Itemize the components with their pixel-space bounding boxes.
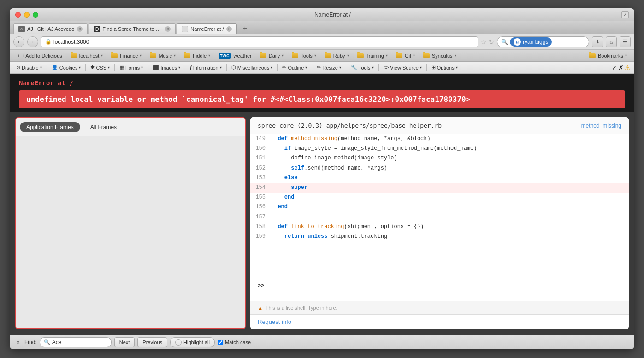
line-num-151: 151 — [250, 154, 271, 163]
user-area: g ryan biggs — [510, 37, 552, 47]
highlight-icon — [175, 339, 182, 346]
bookmark-music[interactable]: Music ▾ — [146, 52, 179, 59]
dev-tools[interactable]: 🔧 Tools ▾ — [348, 64, 377, 71]
bookmark-finance[interactable]: Finance ▾ — [107, 52, 145, 59]
find-highlight-button[interactable]: Highlight all — [170, 337, 215, 347]
tab-bar: A AJ | Git | AJ Acevedo × Find a Spree T… — [10, 21, 634, 34]
bookmark-git[interactable]: Git ▾ — [392, 52, 419, 59]
find-bar: × Find: 🔍 Next Previous Highlight all Ma… — [10, 335, 634, 349]
search-icon: 🔍 — [501, 39, 508, 45]
outline-dropdown: ▾ — [305, 65, 307, 70]
tab-close-nameerror[interactable]: × — [226, 26, 232, 32]
dev-sep-10 — [378, 64, 379, 71]
tab-close-aj[interactable]: × — [77, 26, 83, 32]
bookmark-bookmarks[interactable]: Bookmarks ▾ — [585, 52, 631, 59]
tab-nameerror[interactable]: NameError at / × — [177, 23, 237, 34]
back-button[interactable]: ‹ — [13, 36, 24, 47]
bookmark-localhost[interactable]: localhost ▾ — [67, 52, 106, 59]
bookmark-synculus-folder-icon — [423, 53, 430, 58]
tab-application-frames[interactable]: Application Frames — [20, 122, 80, 132]
dev-miscellaneous[interactable]: ⬡ Miscellaneous ▾ — [229, 64, 276, 71]
tools-label: Tools — [359, 65, 371, 70]
find-matchcase-wrapper[interactable]: Match case — [218, 340, 251, 345]
search-bar[interactable]: 🔍 g ryan biggs — [497, 36, 589, 47]
code-line-154: 154 super — [250, 183, 629, 193]
forward-button[interactable]: › — [27, 36, 38, 47]
title-bar: NameError at / ⤢ — [10, 8, 634, 21]
new-tab-button[interactable]: + — [240, 23, 250, 34]
maximize-button[interactable] — [33, 12, 38, 18]
code-line-149: 149 def method_missing(method_name, *arg… — [250, 134, 629, 144]
bookmark-manager-button[interactable]: ☰ — [620, 36, 631, 47]
tab-aj[interactable]: A AJ | Git | AJ Acevedo × — [13, 23, 88, 34]
shell-notice: ▲ This is a live shell. Type in here. — [250, 301, 629, 314]
url-bar: ‹ › 🔒 localhost:3000 ☆ ↻ 🔍 g ryan biggs … — [10, 34, 634, 50]
code-line-151: 151 define_image_method(image_style) — [250, 153, 629, 163]
bookmark-fiddle[interactable]: Fiddle ▾ — [180, 52, 214, 59]
dev-sep-6 — [226, 64, 227, 71]
dev-forms[interactable]: ▦ Forms ▾ — [117, 64, 146, 71]
download-button[interactable]: ⬇ — [592, 36, 603, 47]
tab-icon-aj: A — [18, 26, 25, 32]
dev-disable[interactable]: ⊘ Disable ▾ — [13, 64, 45, 71]
error-message: undefined local variable or method `cano… — [19, 90, 625, 108]
bookmark-music-folder-icon — [150, 53, 156, 58]
miscellaneous-label: Miscellaneous — [237, 65, 270, 70]
home-button[interactable]: ⌂ — [606, 36, 617, 47]
find-close-button[interactable]: × — [14, 339, 22, 346]
find-highlight-label: Highlight all — [183, 340, 210, 345]
find-next-button[interactable]: Next — [114, 337, 135, 347]
request-info-link[interactable]: Request info — [250, 314, 629, 329]
dev-css[interactable]: ✱ CSS ▾ — [88, 64, 112, 71]
close-button[interactable] — [15, 12, 21, 18]
dev-sep-2 — [85, 64, 86, 71]
bookmark-training-dropdown: ▾ — [386, 53, 388, 58]
tab-label-nameerror: NameError at / — [190, 26, 224, 32]
tab-close-spree[interactable]: × — [165, 26, 171, 32]
expand-button[interactable]: ⤢ — [621, 11, 629, 18]
bookmark-daily[interactable]: Daily ▾ — [256, 52, 287, 59]
bookmark-add-delicious[interactable]: + + Add to Delicious — [13, 52, 66, 59]
bookmark-training[interactable]: Training ▾ — [354, 52, 391, 59]
bookmark-git-folder-icon — [396, 53, 402, 58]
dev-outline[interactable]: ✏ Outline ▾ — [279, 64, 310, 71]
dev-images[interactable]: ⬛ Images ▾ — [150, 64, 183, 71]
bookmark-tools[interactable]: Tools ▾ — [288, 52, 320, 59]
dev-sep-1 — [47, 64, 47, 71]
find-matchcase-checkbox[interactable] — [218, 340, 223, 345]
console-area[interactable]: >> — [250, 278, 629, 301]
line-content-154: super — [271, 183, 307, 192]
minimize-button[interactable] — [24, 12, 30, 18]
resize-label: Resize — [322, 65, 338, 70]
dev-resize[interactable]: ✏ Resize ▾ — [314, 64, 344, 71]
shell-notice-text: This is a live shell. Type in here. — [266, 305, 337, 311]
dev-options[interactable]: ⊞ Options ▾ — [429, 64, 461, 71]
bookmark-weather[interactable]: TWC weather — [215, 52, 255, 59]
line-num-155: 155 — [250, 193, 271, 202]
line-content-149: def method_missing(method_name, *args, &… — [271, 135, 431, 143]
bookmark-ruby-label: Ruby — [333, 53, 345, 59]
line-num-157: 157 — [250, 213, 271, 222]
dev-information[interactable]: i Information ▾ — [187, 64, 224, 72]
dev-sep-11 — [426, 64, 427, 71]
bookmark-fiddle-label: Fiddle — [193, 53, 207, 59]
tab-spree[interactable]: Find a Spree Theme to start the... × — [89, 23, 176, 34]
outline-icon: ✏ — [282, 65, 286, 70]
url-field[interactable]: 🔒 localhost:3000 — [41, 36, 478, 47]
bookmark-ruby[interactable]: Ruby ▾ — [321, 52, 353, 59]
information-label: Information — [193, 65, 219, 70]
find-previous-button[interactable]: Previous — [137, 337, 167, 347]
refresh-icon[interactable]: ↻ — [489, 38, 494, 46]
tab-all-frames[interactable]: All Frames — [84, 122, 123, 132]
find-input[interactable] — [52, 339, 107, 346]
dev-cookies[interactable]: 👤 Cookies ▾ — [49, 64, 84, 71]
code-file-path: spree_core (2.0.3) app/helpers/spree/bas… — [258, 122, 442, 129]
code-content[interactable]: 149 def method_missing(method_name, *arg… — [250, 134, 629, 278]
twc-weather-icon: TWC — [219, 53, 231, 59]
dev-view-source[interactable]: <> View Source ▾ — [381, 64, 425, 71]
miscellaneous-icon: ⬡ — [231, 65, 236, 70]
star-icon[interactable]: ☆ — [481, 38, 487, 46]
dev-warning-icon: ⚠ — [625, 64, 631, 71]
bookmark-synculus[interactable]: Synculus ▾ — [419, 52, 460, 59]
svg-point-1 — [95, 28, 98, 30]
